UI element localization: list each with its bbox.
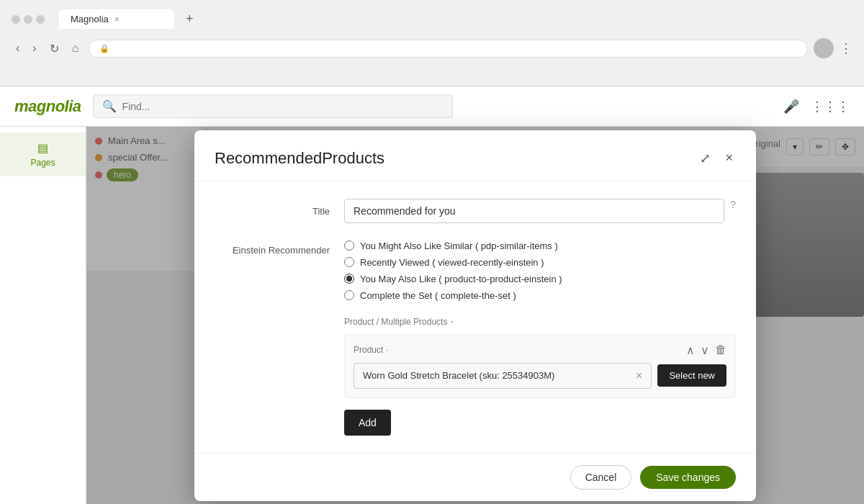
product-section: Product / Multiple Products · Product · bbox=[344, 315, 736, 436]
home-button[interactable]: ⌂ bbox=[68, 39, 84, 58]
modal-header-actions: ⤢ × bbox=[697, 148, 736, 169]
url-bar[interactable]: 🔒 bbox=[89, 40, 808, 58]
radio-option-0[interactable]: You Might Also Like Similar ( pdp-simila… bbox=[344, 240, 736, 251]
radio-input-0[interactable] bbox=[344, 240, 354, 251]
new-tab-button[interactable]: + bbox=[180, 9, 199, 30]
browser-titlebar: Magnolia × + bbox=[0, 0, 864, 35]
browser-window-controls bbox=[12, 15, 45, 24]
sidebar-item-pages[interactable]: ▤ Pages bbox=[0, 132, 86, 176]
product-row-actions: ∧ ∨ 🗑 bbox=[686, 343, 726, 357]
product-multiple-label: Product / Multiple Products · bbox=[344, 315, 736, 328]
radio-label-3: Complete the Set ( complete-the-set ) bbox=[360, 290, 516, 301]
required-dot-product: · bbox=[386, 345, 388, 355]
tab-close-icon[interactable]: × bbox=[114, 14, 120, 24]
recommender-label: Einstein Recommender bbox=[215, 238, 344, 256]
maximize-dot bbox=[36, 15, 45, 24]
app-header-actions: 🎤 ⋮⋮⋮ bbox=[783, 99, 850, 114]
browser-chrome: Magnolia × + ‹ › ↻ ⌂ 🔒 ⋮ bbox=[0, 0, 864, 86]
back-button[interactable]: ‹ bbox=[12, 39, 24, 58]
product-delete-button[interactable]: 🗑 bbox=[715, 343, 726, 356]
product-input-field: Worn Gold Stretch Bracelet (sku: 2553490… bbox=[354, 363, 652, 389]
product-card: Product · ∧ ∨ 🗑 bbox=[344, 334, 736, 398]
modal-footer: Cancel Save changes bbox=[194, 453, 756, 501]
magnolia-logo: magnolia bbox=[14, 97, 81, 116]
radio-label-2: You May Also Like ( product-to-product-e… bbox=[360, 274, 562, 284]
title-label: Title bbox=[215, 199, 344, 217]
modal-recommended-products: RecommendedProducts ⤢ × Title bbox=[194, 130, 756, 501]
add-button[interactable]: Add bbox=[344, 410, 391, 436]
title-help-icon[interactable]: ? bbox=[730, 199, 736, 210]
modal-overlay: RecommendedProducts ⤢ × Title bbox=[86, 127, 864, 504]
mic-button[interactable]: 🎤 bbox=[783, 99, 799, 114]
modal-title: RecommendedProducts bbox=[215, 149, 384, 168]
browser-addressbar: ‹ › ↻ ⌂ 🔒 ⋮ bbox=[0, 35, 864, 61]
lock-icon: 🔒 bbox=[99, 44, 109, 53]
radio-option-1[interactable]: Recently Viewed ( viewed-recently-einste… bbox=[344, 257, 736, 268]
modal-expand-button[interactable]: ⤢ bbox=[697, 148, 714, 169]
product-input-row: Worn Gold Stretch Bracelet (sku: 2553490… bbox=[354, 363, 726, 389]
app-header: magnolia 🔍 🎤 ⋮⋮⋮ bbox=[0, 86, 864, 127]
app-main: Main Area s... special Offer... hero bbox=[86, 127, 864, 504]
app-body: ▤ Pages Main Area s... special O bbox=[0, 127, 864, 504]
close-dot bbox=[12, 15, 20, 24]
app-sidebar: ▤ Pages bbox=[0, 127, 86, 504]
recommender-form-row: Einstein Recommender You Might Also Like… bbox=[215, 238, 736, 301]
forward-button[interactable]: › bbox=[28, 39, 40, 58]
radio-input-2[interactable] bbox=[344, 274, 354, 284]
cancel-button[interactable]: Cancel bbox=[570, 465, 632, 490]
radio-label-0: You Might Also Like Similar ( pdp-simila… bbox=[360, 240, 558, 251]
product-label: Product bbox=[354, 345, 383, 355]
radio-input-3[interactable] bbox=[344, 290, 354, 300]
reload-button[interactable]: ↻ bbox=[45, 39, 63, 58]
pages-icon: ▤ bbox=[37, 141, 48, 155]
modal-body: Title ? Einstein Recommender bbox=[194, 181, 756, 453]
title-form-row: Title ? bbox=[215, 199, 736, 223]
minimize-dot bbox=[24, 15, 32, 24]
browser-user-avatar bbox=[814, 38, 834, 58]
app-search-bar[interactable]: 🔍 bbox=[93, 94, 453, 118]
select-new-button[interactable]: Select new bbox=[657, 364, 726, 387]
sidebar-item-label: Pages bbox=[30, 158, 55, 168]
product-up-button[interactable]: ∧ bbox=[686, 343, 695, 357]
radio-option-2[interactable]: You May Also Like ( product-to-product-e… bbox=[344, 274, 736, 284]
tab-label: Magnolia bbox=[71, 14, 109, 24]
title-input[interactable] bbox=[344, 199, 724, 223]
browser-menu-button[interactable]: ⋮ bbox=[840, 40, 852, 56]
product-row-header: Product · ∧ ∨ 🗑 bbox=[354, 343, 726, 357]
radio-option-3[interactable]: Complete the Set ( complete-the-set ) bbox=[344, 290, 736, 301]
save-changes-button[interactable]: Save changes bbox=[640, 466, 736, 489]
search-icon: 🔍 bbox=[102, 99, 117, 113]
grid-button[interactable]: ⋮⋮⋮ bbox=[811, 99, 850, 114]
radio-group: You Might Also Like Similar ( pdp-simila… bbox=[344, 238, 736, 301]
required-dot-multiple: · bbox=[450, 315, 453, 328]
radio-label-1: Recently Viewed ( viewed-recently-einste… bbox=[360, 257, 544, 268]
radio-input-1[interactable] bbox=[344, 257, 354, 267]
modal-close-button[interactable]: × bbox=[722, 148, 736, 168]
search-input[interactable] bbox=[122, 101, 444, 112]
product-value-text: Worn Gold Stretch Bracelet (sku: 2553490… bbox=[363, 370, 554, 381]
app-background: magnolia 🔍 🎤 ⋮⋮⋮ ▤ Pages bbox=[0, 86, 864, 504]
recommender-form-control: You Might Also Like Similar ( pdp-simila… bbox=[344, 238, 736, 301]
product-down-button[interactable]: ∨ bbox=[701, 343, 709, 357]
product-clear-button[interactable]: × bbox=[636, 369, 642, 382]
modal-header: RecommendedProducts ⤢ × bbox=[194, 130, 756, 181]
browser-nav-buttons: ‹ › ↻ ⌂ bbox=[12, 39, 83, 58]
title-form-control bbox=[344, 199, 724, 223]
browser-tab-magnolia[interactable]: Magnolia × bbox=[59, 9, 174, 29]
